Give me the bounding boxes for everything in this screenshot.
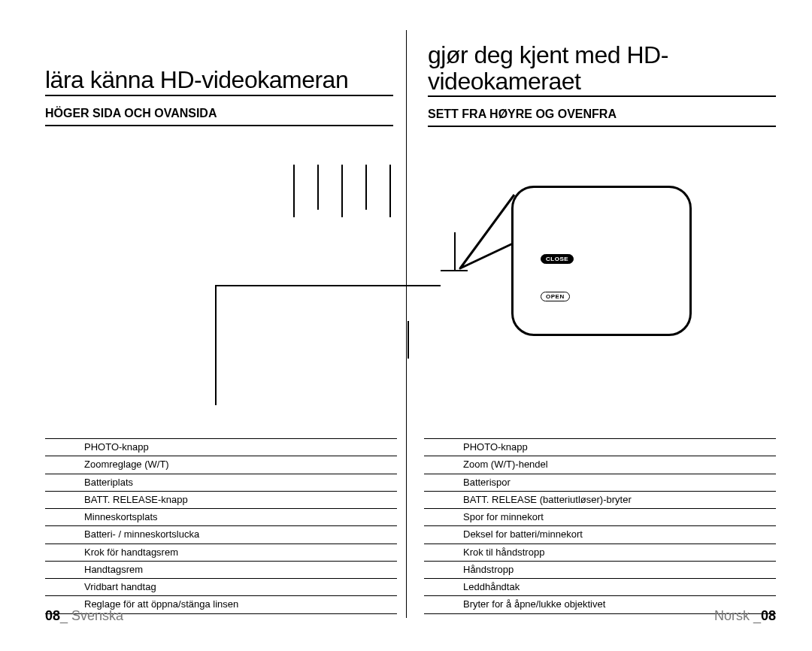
list-item: Deksel for batteri/minnekort xyxy=(424,526,776,544)
footer-left: 08_ Svenska xyxy=(45,608,123,624)
page-footer: 08_ Svenska Norsk _08 xyxy=(45,608,776,624)
list-item: Batteri- / minneskortslucka xyxy=(45,526,397,544)
close-label-pill: CLOSE xyxy=(541,254,574,264)
callout-line xyxy=(341,165,343,217)
list-item: BATT. RELEASE-knapp xyxy=(45,492,397,509)
list-item: PHOTO-knapp xyxy=(45,438,397,456)
page-lang-left: Svenska xyxy=(71,608,123,623)
manual-page: lära känna HD-videokameran HÖGER SIDA OC… xyxy=(0,0,812,651)
page-lang-right: Norsk xyxy=(714,608,750,623)
callout-lines-top xyxy=(293,165,391,217)
parts-lists: PHOTO-knapp Zoomreglage (W/T) Batteripla… xyxy=(45,438,776,614)
left-title: lära känna HD-videokameran xyxy=(45,67,393,96)
footer-sep: _ xyxy=(753,608,761,623)
page-number-left: 08 xyxy=(45,608,60,623)
list-item: Spor for minnekort xyxy=(424,509,776,526)
right-subhead: SETT FRA HØYRE OG OVENFRA xyxy=(428,107,776,127)
page-number-right: 08 xyxy=(761,608,776,623)
callout-line xyxy=(317,165,319,210)
list-item: BATT. RELEASE (batteriutløser)-bryter xyxy=(424,492,776,509)
list-item: Batterispor xyxy=(424,474,776,492)
list-item: Handtagsrem xyxy=(45,562,397,579)
list-item: Zoomreglage (W/T) xyxy=(45,456,397,474)
list-item: PHOTO-knapp xyxy=(424,438,776,456)
left-parts-list: PHOTO-knapp Zoomreglage (W/T) Batteripla… xyxy=(45,438,397,614)
callout-line xyxy=(293,165,295,217)
list-item: Vridbart handtag xyxy=(45,579,397,596)
list-item: Batteriplats xyxy=(45,474,397,492)
callout-line xyxy=(389,165,391,217)
lens-cover-detail: CLOSE OPEN xyxy=(511,186,692,336)
list-item: Krok för handtagsrem xyxy=(45,544,397,562)
list-item: Leddhåndtak xyxy=(424,579,776,596)
right-column-header: gjør deg kjent med HD-videokameraet SETT… xyxy=(420,42,776,127)
open-label-pill: OPEN xyxy=(541,292,570,301)
left-subhead: HÖGER SIDA OCH OVANSIDA xyxy=(45,107,393,126)
list-item: Håndstropp xyxy=(424,562,776,579)
right-parts-list: PHOTO-knapp Zoom (W/T)-hendel Batterispo… xyxy=(424,438,776,614)
callout-line xyxy=(408,321,409,359)
footer-sep: _ xyxy=(60,608,68,623)
list-item: Krok til håndstropp xyxy=(424,544,776,562)
diagram-area: CLOSE OPEN xyxy=(45,157,776,413)
right-title: gjør deg kjent med HD-videokameraet xyxy=(428,42,776,97)
title-row: lära känna HD-videokameran HÖGER SIDA OC… xyxy=(45,42,776,127)
list-item: Zoom (W/T)-hendel xyxy=(424,456,776,474)
footer-right: Norsk _08 xyxy=(714,608,776,624)
list-item: Minneskortsplats xyxy=(45,509,397,526)
left-column-header: lära känna HD-videokameran HÖGER SIDA OC… xyxy=(45,42,393,127)
device-outline xyxy=(215,285,441,405)
callout-line xyxy=(365,165,367,210)
